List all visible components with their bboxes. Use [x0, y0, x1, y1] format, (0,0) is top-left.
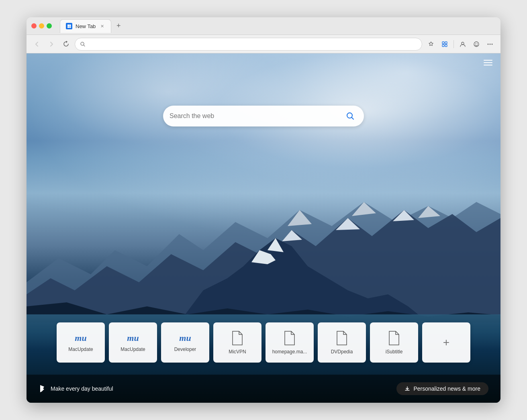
shortcut-label-macupdate2: MacUpdate: [121, 347, 145, 352]
toolbar: [27, 35, 500, 53]
reload-button[interactable]: [60, 39, 71, 50]
favorites-button[interactable]: [425, 39, 437, 50]
shortcut-label-homepage: homepage.ma...: [272, 349, 307, 355]
svg-rect-2: [67, 27, 69, 28]
svg-point-9: [462, 42, 464, 45]
toolbar-separator: [453, 40, 454, 48]
shortcut-icon-dvdpedia: [335, 330, 348, 346]
bing-logo-icon: [39, 385, 47, 393]
shortcut-dvdpedia[interactable]: DVDpedia: [318, 322, 366, 363]
bing-tagline: Make every day beautiful: [51, 385, 113, 392]
add-icon: +: [443, 336, 449, 349]
browser-window: New Tab ✕ +: [27, 17, 500, 403]
svg-point-14: [490, 43, 491, 45]
shortcut-icon-isubtitle: [388, 330, 400, 346]
svg-rect-3: [69, 27, 71, 28]
forward-button[interactable]: [46, 39, 57, 50]
new-tab-button[interactable]: +: [113, 20, 124, 32]
svg-point-12: [477, 43, 478, 44]
shortcut-isubtitle[interactable]: iSubtitle: [370, 322, 418, 363]
feedback-button[interactable]: [471, 39, 482, 50]
shortcut-icon-macupdate1: mu: [75, 333, 86, 343]
menu-icon-line1: [484, 60, 492, 61]
maximize-button[interactable]: [47, 23, 52, 29]
tab-area: New Tab ✕ +: [60, 19, 496, 33]
shortcut-macupdate2[interactable]: mu MacUpdate: [109, 322, 157, 363]
minimize-button[interactable]: [39, 23, 44, 29]
search-input[interactable]: [170, 112, 343, 120]
page-menu-button[interactable]: [484, 60, 492, 65]
search-box[interactable]: [163, 106, 364, 126]
shortcut-label-isubtitle: iSubtitle: [386, 349, 403, 355]
tab-title: New Tab: [76, 23, 96, 29]
shortcut-icon-micvpn: [231, 330, 244, 346]
shortcut-icon-macupdate2: mu: [127, 333, 139, 343]
search-container: [163, 106, 364, 126]
menu-icon-line3: [484, 65, 492, 65]
shortcut-icon-homepage: [283, 330, 296, 346]
shortcut-icon-developer: mu: [179, 333, 191, 343]
shortcut-micvpn[interactable]: MicVPN: [213, 322, 261, 363]
search-button[interactable]: [343, 109, 357, 123]
tab-favicon: [66, 23, 72, 29]
profile-button[interactable]: [457, 39, 468, 50]
svg-point-13: [488, 43, 489, 45]
shortcut-developer[interactable]: mu Developer: [161, 322, 209, 363]
title-bar: New Tab ✕ +: [27, 17, 500, 35]
svg-rect-7: [442, 45, 444, 47]
active-tab[interactable]: New Tab ✕: [60, 19, 111, 33]
bottom-bar: Make every day beautiful Personalized ne…: [27, 375, 500, 403]
shortcut-label-macupdate1: MacUpdate: [68, 347, 93, 352]
news-download-icon: [404, 386, 410, 391]
toolbar-icons: [425, 39, 496, 50]
svg-point-11: [475, 43, 476, 44]
svg-rect-0: [67, 24, 69, 26]
svg-rect-8: [445, 45, 447, 47]
menu-icon-line2: [484, 62, 492, 63]
shortcut-label-developer: Developer: [174, 347, 196, 352]
tab-close-button[interactable]: ✕: [99, 23, 105, 29]
bing-brand: Make every day beautiful: [39, 385, 113, 393]
shortcut-homepage[interactable]: homepage.ma...: [266, 322, 314, 363]
address-search-icon: [80, 41, 86, 47]
close-button[interactable]: [31, 23, 37, 29]
svg-rect-6: [445, 42, 447, 44]
shortcut-label-dvdpedia: DVDpedia: [331, 349, 353, 355]
shortcuts-container: mu MacUpdate mu MacUpdate mu Developer M…: [57, 322, 470, 363]
shortcut-label-micvpn: MicVPN: [229, 349, 246, 355]
address-bar[interactable]: [75, 38, 422, 51]
svg-rect-1: [69, 24, 71, 26]
traffic-lights: [31, 23, 52, 29]
svg-rect-5: [442, 42, 444, 44]
news-button-label: Personalized news & more: [413, 385, 480, 392]
shortcut-add[interactable]: +: [422, 322, 470, 363]
collections-button[interactable]: [439, 39, 450, 50]
shortcut-macupdate1[interactable]: mu MacUpdate: [57, 322, 105, 363]
mountain-overlay: [27, 170, 500, 322]
svg-point-15: [492, 43, 493, 45]
back-button[interactable]: [31, 39, 43, 50]
menu-button[interactable]: [484, 39, 496, 50]
personalized-news-button[interactable]: Personalized news & more: [396, 382, 488, 395]
browser-content: mu MacUpdate mu MacUpdate mu Developer M…: [27, 53, 500, 403]
address-input[interactable]: [89, 41, 417, 47]
